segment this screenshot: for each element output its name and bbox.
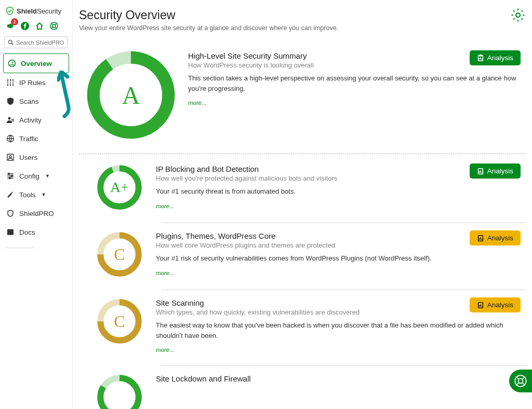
search-input[interactable] xyxy=(16,39,64,46)
card-desc: The easiest way to know that you've been… xyxy=(156,320,527,340)
grade-ring-ip: A+ xyxy=(96,163,143,211)
analysis-button[interactable]: Analysis xyxy=(470,163,521,179)
shieldpro-icon xyxy=(6,209,15,217)
brand-logo[interactable]: ShieldSecurity xyxy=(2,4,70,20)
svg-point-15 xyxy=(8,173,10,175)
chevron-down-icon: ▼ xyxy=(42,192,46,197)
help-float-button[interactable] xyxy=(509,370,532,392)
chevron-down-icon: ▼ xyxy=(45,173,50,179)
shield-icon xyxy=(5,6,15,16)
nav-tools[interactable]: Tools▼ xyxy=(2,185,70,204)
nav-label: Config xyxy=(19,172,39,180)
nav-config[interactable]: Config▼ xyxy=(2,167,70,185)
top-icon-row: 2 xyxy=(2,20,70,35)
tools-icon xyxy=(6,190,15,199)
nav-scans[interactable]: Scans xyxy=(2,92,70,111)
grade-letter xyxy=(96,373,143,409)
page-subtitle: View your entire WordPress site security… xyxy=(79,24,527,32)
sliders-icon xyxy=(6,172,15,180)
sidebar: ShieldSecurity 2 Overview IP Rules Scans… xyxy=(0,0,73,409)
person-icon xyxy=(6,116,15,124)
nav-divider xyxy=(5,248,34,248)
main-content: Security Overview View your entire WordP… xyxy=(79,8,527,409)
nav-label: IP Rules xyxy=(19,79,46,87)
nav-label: Scans xyxy=(19,98,39,105)
nav-overview[interactable]: Overview xyxy=(3,53,69,73)
svg-point-3 xyxy=(8,40,12,44)
svg-point-11 xyxy=(8,117,11,120)
gear-icon xyxy=(510,7,526,23)
globe-icon xyxy=(6,134,15,143)
analysis-button[interactable]: Analysis xyxy=(470,50,521,65)
svg-point-34 xyxy=(518,379,523,384)
svg-point-5 xyxy=(7,79,8,80)
svg-point-14 xyxy=(9,156,11,158)
nav-list: Overview IP Rules Scans Activity Traffic… xyxy=(2,53,70,248)
card-scanning: C Site Scanning Which types, and how qui… xyxy=(88,290,527,365)
users-icon xyxy=(6,153,15,161)
more-link[interactable]: more... xyxy=(156,270,175,276)
clipboard-icon xyxy=(477,168,484,175)
card-desc: This section takes a high-level perspect… xyxy=(188,73,527,93)
nav-activity[interactable]: Activity xyxy=(2,111,70,129)
grade-ring-scanning: C xyxy=(96,297,143,345)
megaphone-icon[interactable]: 2 xyxy=(6,22,15,30)
card-lockdown: Site Lockdown and Firewall xyxy=(88,366,527,409)
search-box[interactable] xyxy=(4,36,68,48)
svg-point-7 xyxy=(12,79,14,80)
svg-point-10 xyxy=(12,85,14,86)
nav-shieldpro[interactable]: ShieldPRO xyxy=(2,204,70,223)
nav-label: Overview xyxy=(21,60,52,67)
brand-name: ShieldSecurity xyxy=(17,7,61,15)
grade-ring-lockdown xyxy=(96,373,143,409)
dashboard-icon xyxy=(8,59,16,67)
nav-label: Docs xyxy=(19,228,35,236)
svg-point-8 xyxy=(7,85,8,86)
section-separator xyxy=(79,153,527,154)
nav-docs[interactable]: Docs xyxy=(2,223,70,241)
nav-label: Users xyxy=(19,154,37,161)
clipboard-icon xyxy=(477,302,484,309)
more-link[interactable]: more... xyxy=(156,347,175,353)
shield-icon xyxy=(6,97,15,105)
facebook-icon[interactable] xyxy=(21,22,29,30)
nav-ip-rules[interactable]: IP Rules xyxy=(2,73,70,92)
nav-label: Activity xyxy=(19,116,42,124)
clipboard-icon xyxy=(477,54,484,62)
svg-point-32 xyxy=(516,13,520,17)
clipboard-icon xyxy=(477,235,484,242)
grade-letter: C xyxy=(96,230,143,278)
svg-point-17 xyxy=(9,178,11,179)
svg-point-6 xyxy=(10,79,11,80)
notification-badge: 2 xyxy=(11,18,18,25)
nav-label: ShieldPRO xyxy=(19,210,54,217)
card-desc: Your #1 risk of security vulnerabilities… xyxy=(156,253,527,264)
analysis-button[interactable]: Analysis xyxy=(470,230,521,246)
card-ip-blocking: A+ IP Blocking and Bot Detection How wel… xyxy=(88,156,527,223)
nav-traffic[interactable]: Traffic xyxy=(2,129,70,148)
card-summary: A High-Level Site Security Summary How W… xyxy=(79,43,527,151)
settings-gear-button[interactable] xyxy=(510,7,526,25)
home-icon[interactable] xyxy=(35,22,44,30)
grade-letter: A+ xyxy=(96,163,143,211)
book-icon xyxy=(6,228,15,236)
svg-point-9 xyxy=(10,85,11,86)
card-desc: Your #1 security threat is from automate… xyxy=(156,186,527,197)
search-icon xyxy=(8,39,14,46)
card-title: Site Lockdown and Firewall xyxy=(156,374,527,383)
more-link[interactable]: more... xyxy=(156,203,175,209)
card-plugins: C Plugins, Themes, WordPress Core How we… xyxy=(88,223,527,290)
nav-users[interactable]: Users xyxy=(2,148,70,167)
lifebuoy-icon xyxy=(514,374,527,388)
svg-point-16 xyxy=(11,175,13,177)
page-title: Security Overview xyxy=(79,8,527,22)
grade-ring-summary: A xyxy=(86,50,176,140)
support-icon[interactable] xyxy=(50,22,58,30)
nav-label: Traffic xyxy=(19,135,38,143)
grade-letter: A xyxy=(86,50,176,140)
nav-label: Tools xyxy=(19,191,36,199)
analysis-button[interactable]: Analysis xyxy=(470,297,521,312)
more-link[interactable]: more... xyxy=(188,100,207,106)
grade-letter: C xyxy=(96,297,143,345)
grade-ring-plugins: C xyxy=(96,230,143,278)
